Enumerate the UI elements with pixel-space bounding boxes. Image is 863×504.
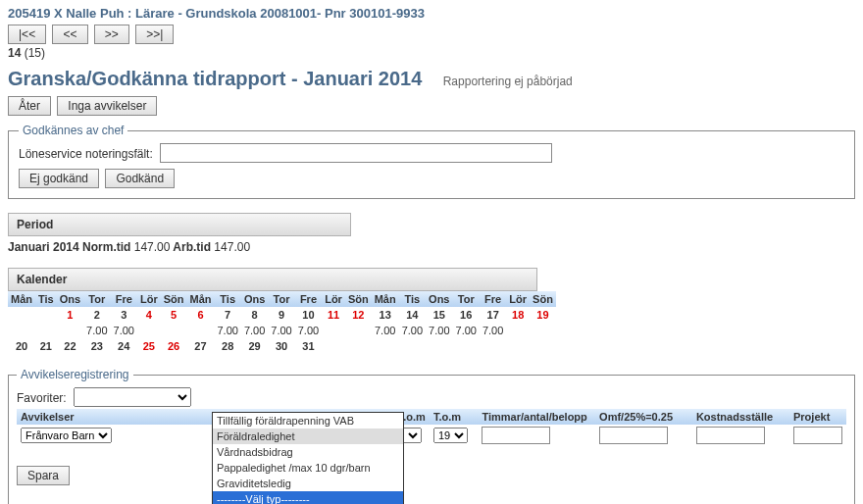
period-work-value: 147.00: [214, 240, 250, 254]
calendar-cell: [426, 338, 452, 354]
record-counter: 14 (15): [8, 46, 855, 60]
calendar-table: MånTisOnsTorFreLörSönMånTisOnsTorFreLörS…: [8, 291, 556, 358]
approve-fieldset: Godkännes av chef Löneservice noteringsf…: [8, 124, 855, 199]
calendar-cell: 29: [241, 338, 268, 354]
calendar-cell: 3: [111, 307, 137, 323]
calendar-cell: [8, 354, 35, 358]
calendar-cell: [345, 323, 372, 338]
back-button[interactable]: Åter: [8, 96, 51, 116]
dropdown-option[interactable]: Tillfällig föräldrapenning VAB: [213, 413, 403, 428]
calendar-cell: [35, 354, 57, 358]
calendar-cell: [530, 323, 556, 338]
dropdown-option[interactable]: --------Välj typ--------: [213, 491, 403, 504]
calendar-cell: [186, 354, 214, 358]
calendar-cell: [186, 323, 214, 338]
calendar-cell: Tis: [214, 291, 240, 307]
calendar-cell: [35, 323, 57, 338]
dropdown-option[interactable]: Graviditetsledig: [213, 476, 403, 491]
calendar-cell: [295, 354, 322, 358]
calendar-cell: [322, 354, 345, 358]
timmar-input[interactable]: [482, 427, 550, 444]
save-button[interactable]: Spara: [17, 466, 70, 485]
not-approved-button[interactable]: Ej godkänd: [19, 169, 99, 188]
calendar-cell: [426, 354, 452, 358]
calendar-cell: [35, 307, 57, 323]
header-title: 205419 X Nalle Puh : Lärare - Grundskola…: [8, 6, 855, 21]
nav-prev-button[interactable]: <<: [52, 25, 87, 44]
calendar-cell: 25: [137, 338, 161, 354]
calendar-cell: [506, 323, 530, 338]
deviation-table: Avvikelser Fr.o.m T.o.m Timmar/antal/bel…: [17, 409, 846, 446]
calendar-cell: 17: [480, 307, 506, 323]
period-month: Januari 2014: [8, 240, 79, 254]
type-dropdown[interactable]: Tillfällig föräldrapenning VABFöräldrale…: [212, 412, 404, 504]
page-title: Granska/Godkänna tidrapport - Januari 20…: [8, 68, 422, 90]
calendar-cell: [453, 354, 480, 358]
calendar-cell: 24: [111, 338, 137, 354]
nav-buttons: |<< << >> >>|: [8, 25, 855, 44]
period-header: Period: [8, 213, 351, 236]
projekt-input[interactable]: [793, 427, 842, 444]
no-deviations-button[interactable]: Inga avvikelser: [57, 96, 157, 116]
calendar-cell: [57, 323, 83, 338]
calendar-cell: 31: [295, 338, 322, 354]
nav-first-button[interactable]: |<<: [8, 25, 46, 44]
calendar-cell: 8: [241, 307, 268, 323]
calendar-cell: 12: [345, 307, 372, 323]
calendar-cell: 28: [214, 338, 240, 354]
calendar-cell: [530, 354, 556, 358]
calendar-cell: Fre: [295, 291, 322, 307]
calendar-cell: [137, 323, 161, 338]
calendar-cell: 11: [322, 307, 345, 323]
favorites-select[interactable]: [74, 387, 191, 407]
avvikelser-select[interactable]: Frånvaro Barn: [21, 428, 112, 443]
calendar-cell: Lör: [506, 291, 530, 307]
calendar-cell: [399, 354, 426, 358]
calendar-cell: [530, 338, 556, 354]
calendar-cell: Fre: [480, 291, 506, 307]
tom-select[interactable]: 19: [433, 428, 468, 443]
calendar-cell: 14: [399, 307, 426, 323]
calendar-cell: Mån: [372, 291, 399, 307]
col-projekt: Projekt: [789, 409, 846, 425]
calendar-header: Kalender: [8, 268, 537, 291]
deviation-row: Frånvaro Barn 2 19: [17, 425, 846, 446]
dropdown-option[interactable]: Pappaledighet /max 10 dgr/barn: [213, 460, 403, 476]
calendar-cell: [480, 338, 506, 354]
calendar-cell: 7: [214, 307, 240, 323]
favorites-label: Favoriter:: [17, 391, 67, 405]
favorites-row: Favoriter:: [17, 387, 846, 407]
nav-last-button[interactable]: >>|: [135, 25, 174, 44]
calendar-cell: 26: [161, 338, 187, 354]
calendar-cell: Lör: [137, 291, 161, 307]
calendar-cell: 5: [161, 307, 187, 323]
nav-next-button[interactable]: >>: [94, 25, 129, 44]
page-title-row: Granska/Godkänna tidrapport - Januari 20…: [8, 68, 855, 90]
calendar-cell: [57, 354, 83, 358]
approved-button[interactable]: Godkänd: [105, 169, 175, 188]
deviation-fieldset: Avvikelseregistrering Favoriter: Avvikel…: [8, 368, 855, 504]
omf-input[interactable]: [599, 427, 668, 444]
calendar-cell: Sön: [161, 291, 187, 307]
kost-input[interactable]: [696, 427, 765, 444]
calendar-cell: [345, 354, 372, 358]
calendar-cell: [372, 338, 399, 354]
calendar-cell: [322, 323, 345, 338]
dropdown-option[interactable]: Vårdnadsbidrag: [213, 444, 403, 460]
calendar-cell: 20: [8, 338, 35, 354]
note-input[interactable]: [160, 143, 552, 163]
period-work-label: Arb.tid: [173, 240, 211, 254]
calendar-cell: [453, 338, 480, 354]
calendar-cell: 7.00: [480, 323, 506, 338]
calendar-cell: 27: [186, 338, 214, 354]
calendar-cell: Mån: [8, 291, 35, 307]
calendar-cell: [480, 354, 506, 358]
calendar-cell: 7.00: [453, 323, 480, 338]
col-tom: T.o.m: [430, 409, 479, 425]
calendar-cell: 19: [530, 307, 556, 323]
calendar-cell: [161, 323, 187, 338]
calendar-cell: [506, 354, 530, 358]
calendar-cell: 4: [137, 307, 161, 323]
dropdown-option[interactable]: Föräldraledighet: [213, 428, 403, 444]
calendar-cell: Lör: [322, 291, 345, 307]
